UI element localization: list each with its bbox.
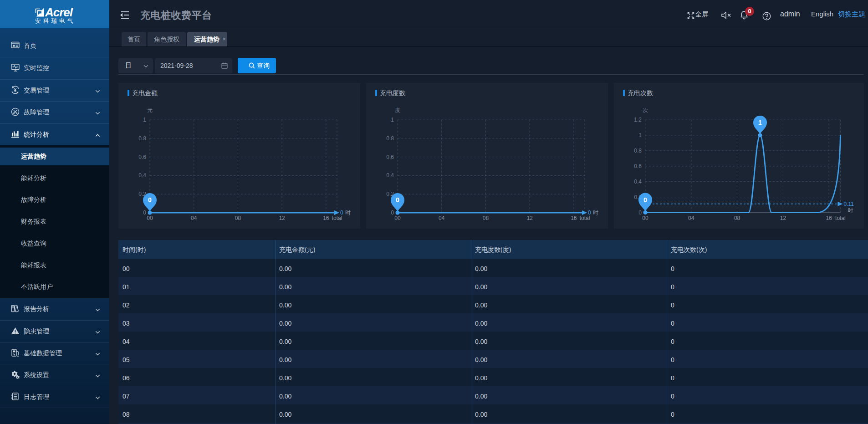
svg-text:0.4: 0.4	[138, 172, 146, 179]
svg-text:0: 0	[143, 209, 146, 216]
svg-text:1.2: 1.2	[634, 117, 642, 123]
svg-text:0: 0	[638, 209, 642, 216]
svg-text:0: 0	[396, 196, 399, 204]
svg-text:0.8: 0.8	[634, 148, 642, 154]
svg-text:0.6: 0.6	[634, 163, 642, 169]
svg-text:16: 16	[571, 215, 577, 221]
svg-text:0.8: 0.8	[138, 135, 146, 142]
svg-text:1: 1	[143, 117, 146, 123]
svg-text:total: total	[332, 215, 342, 221]
svg-text:0.11: 0.11	[843, 201, 854, 207]
svg-text:12: 12	[279, 215, 285, 221]
svg-text:total: total	[835, 215, 846, 221]
svg-text:00: 00	[394, 215, 401, 221]
svg-text:安科瑞电气: 安科瑞电气	[35, 18, 76, 24]
svg-text:1: 1	[758, 119, 762, 126]
svg-text:00: 00	[642, 215, 648, 221]
svg-text:0.4: 0.4	[386, 172, 394, 179]
svg-text:12: 12	[780, 215, 786, 221]
svg-text:时: 时	[345, 209, 351, 216]
svg-text:1: 1	[638, 132, 642, 138]
svg-text:度: 度	[395, 107, 400, 113]
svg-text:04: 04	[439, 215, 445, 221]
svg-text:0: 0	[340, 209, 343, 216]
svg-text:次: 次	[643, 107, 648, 113]
svg-text:16: 16	[826, 215, 832, 221]
svg-text:0: 0	[643, 196, 647, 204]
svg-text:0: 0	[588, 209, 591, 216]
svg-text:08: 08	[734, 215, 740, 221]
svg-text:total: total	[580, 215, 590, 221]
svg-text:时: 时	[593, 209, 598, 216]
svg-text:08: 08	[235, 215, 241, 221]
svg-text:12: 12	[526, 215, 533, 221]
svg-text:0: 0	[148, 196, 152, 204]
svg-text:元: 元	[147, 107, 153, 113]
svg-text:0.4: 0.4	[634, 179, 642, 185]
svg-text:1: 1	[391, 117, 394, 123]
svg-text:0.8: 0.8	[386, 135, 394, 142]
svg-text:04: 04	[688, 215, 694, 221]
svg-text:0.6: 0.6	[386, 154, 394, 160]
svg-text:00: 00	[147, 215, 153, 221]
svg-text:0: 0	[391, 209, 394, 216]
svg-text:08: 08	[483, 215, 489, 221]
svg-text:16: 16	[323, 215, 329, 221]
svg-text:04: 04	[191, 215, 197, 221]
svg-text:时: 时	[848, 207, 853, 214]
svg-text:Acrel: Acrel	[45, 5, 73, 19]
svg-text:0.6: 0.6	[138, 154, 146, 160]
